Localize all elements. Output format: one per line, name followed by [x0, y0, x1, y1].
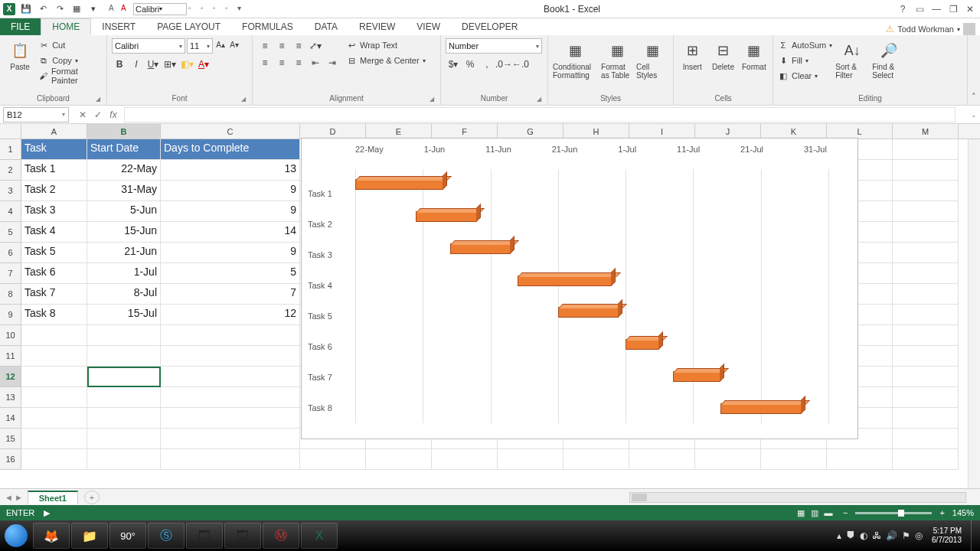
- paste-button[interactable]: 📋 Paste: [5, 38, 35, 71]
- column-header[interactable]: B: [87, 124, 161, 139]
- collapse-ribbon-icon[interactable]: ˄: [968, 92, 980, 105]
- merge-center-button[interactable]: ⊟Merge & Center▾: [346, 54, 426, 67]
- cell[interactable]: 1-Jul: [87, 263, 161, 284]
- cell[interactable]: Task 7: [21, 284, 87, 305]
- cell[interactable]: [893, 408, 959, 429]
- cell[interactable]: [498, 449, 564, 470]
- sheet-tab[interactable]: Sheet1: [28, 491, 78, 504]
- fill-button[interactable]: ⬇Fill▾: [778, 54, 832, 67]
- zoom-out-icon[interactable]: −: [843, 508, 848, 517]
- align-top-icon[interactable]: ≡: [257, 38, 273, 54]
- taskbar-skype[interactable]: Ⓢ: [148, 523, 185, 549]
- tray-volume-icon[interactable]: 🔊: [886, 530, 897, 541]
- new-sheet-button[interactable]: +: [84, 491, 100, 504]
- worksheet-grid[interactable]: ABCDEFGHIJKLM 1TaskStart DateDays to Com…: [0, 124, 980, 488]
- insert-function-icon[interactable]: fx: [107, 109, 119, 120]
- decrease-decimal-icon[interactable]: ←.0: [513, 57, 528, 72]
- conditional-formatting-button[interactable]: ▦Conditional Formatting: [553, 38, 598, 80]
- cell[interactable]: [893, 243, 959, 263]
- tab-page-layout[interactable]: PAGE LAYOUT: [146, 18, 231, 35]
- cell[interactable]: Task 5: [21, 243, 87, 263]
- tray-icon[interactable]: ◎: [915, 530, 923, 541]
- close-icon[interactable]: ✕: [963, 4, 977, 15]
- cell[interactable]: [893, 429, 959, 449]
- tab-insert[interactable]: INSERT: [91, 18, 146, 35]
- gantt-bar[interactable]: [720, 403, 802, 414]
- column-header[interactable]: D: [300, 124, 366, 139]
- cell[interactable]: [827, 449, 893, 470]
- cell[interactable]: [161, 346, 300, 367]
- cell[interactable]: [893, 263, 959, 284]
- dialog-launcher-icon[interactable]: ◢: [241, 96, 246, 103]
- qat-button[interactable]: ▾: [87, 3, 100, 15]
- row-header[interactable]: 11: [0, 346, 21, 367]
- row-header[interactable]: 5: [0, 222, 21, 243]
- tab-data[interactable]: DATA: [304, 18, 348, 35]
- cell[interactable]: 14: [161, 222, 300, 243]
- taskbar-clock[interactable]: 5:17 PM6/7/2013: [927, 527, 966, 545]
- save-icon[interactable]: 💾: [20, 3, 32, 15]
- undo-icon[interactable]: ↶: [37, 3, 49, 15]
- horizontal-scrollbar[interactable]: [629, 492, 966, 503]
- qat-button[interactable]: ▦: [70, 3, 83, 15]
- dialog-launcher-icon[interactable]: ◢: [537, 96, 541, 103]
- format-cells-button[interactable]: ▦Format: [740, 38, 768, 71]
- row-header[interactable]: 13: [0, 387, 21, 408]
- tray-icon[interactable]: ◐: [860, 530, 867, 541]
- cell[interactable]: Start Date: [87, 139, 161, 160]
- cell[interactable]: [893, 305, 959, 325]
- row-header[interactable]: 7: [0, 263, 21, 284]
- signed-in-user[interactable]: ⚠ Todd Workman ▾: [881, 23, 980, 35]
- cell[interactable]: [432, 449, 498, 470]
- zoom-in-icon[interactable]: +: [939, 508, 944, 517]
- column-header[interactable]: I: [629, 124, 695, 139]
- cell[interactable]: [893, 181, 959, 201]
- cell[interactable]: [161, 387, 300, 408]
- grow-font-icon[interactable]: A▴: [214, 38, 227, 51]
- tray-network-icon[interactable]: 🖧: [872, 530, 881, 541]
- start-button[interactable]: [0, 520, 32, 551]
- cell[interactable]: [161, 449, 300, 470]
- cell[interactable]: [893, 346, 959, 367]
- font-size-combo[interactable]: 11▾: [187, 38, 213, 54]
- vertical-scrollbar[interactable]: [968, 139, 980, 488]
- font-name-combo[interactable]: Calibri▾: [112, 38, 185, 54]
- formula-input[interactable]: [124, 107, 956, 122]
- cell[interactable]: [21, 429, 87, 449]
- cell[interactable]: 5: [161, 263, 300, 284]
- column-header[interactable]: J: [695, 124, 761, 139]
- row-header[interactable]: 1: [0, 139, 21, 160]
- increase-indent-icon[interactable]: ⇥: [325, 55, 340, 70]
- qat-font-combo[interactable]: Calibri▾: [133, 3, 187, 15]
- help-icon[interactable]: ?: [896, 4, 910, 15]
- border-button[interactable]: ⊞▾: [162, 57, 178, 72]
- tab-view[interactable]: VIEW: [406, 18, 451, 35]
- gantt-chart[interactable]: 22-May1-Jun11-Jun21-Jun1-Jul11-Jul21-Jul…: [301, 138, 858, 439]
- expand-formula-bar-icon[interactable]: ⌄: [968, 111, 980, 119]
- cell-styles-button[interactable]: ▦Cell Styles: [636, 38, 668, 80]
- cell[interactable]: [87, 449, 161, 470]
- cell[interactable]: [893, 139, 959, 160]
- shrink-font-icon[interactable]: A▾: [228, 38, 240, 51]
- qat-button[interactable]: ▫: [225, 4, 236, 15]
- row-header[interactable]: 9: [0, 305, 21, 325]
- tray-icon[interactable]: ⚑: [902, 530, 910, 541]
- view-buttons[interactable]: ▦▥▬: [794, 508, 835, 518]
- tab-review[interactable]: REVIEW: [348, 18, 406, 35]
- cell[interactable]: Task: [21, 139, 87, 160]
- qat-button[interactable]: ▫: [201, 4, 211, 15]
- qat-button[interactable]: ▫: [188, 4, 199, 15]
- gantt-bar[interactable]: [450, 243, 511, 254]
- tray-icon[interactable]: ⛊: [846, 530, 855, 541]
- column-header[interactable]: F: [432, 124, 498, 139]
- cell[interactable]: Task 8: [21, 305, 87, 325]
- gantt-bar[interactable]: [558, 307, 619, 318]
- cell[interactable]: [366, 449, 432, 470]
- row-header[interactable]: 6: [0, 243, 21, 263]
- number-format-combo[interactable]: Number▾: [446, 38, 542, 54]
- cancel-formula-icon[interactable]: ✕: [77, 109, 89, 120]
- insert-cells-button[interactable]: ⊞Insert: [678, 38, 706, 71]
- redo-icon[interactable]: ↷: [54, 3, 66, 15]
- align-left-icon[interactable]: ≡: [257, 55, 273, 70]
- cell[interactable]: [893, 449, 959, 470]
